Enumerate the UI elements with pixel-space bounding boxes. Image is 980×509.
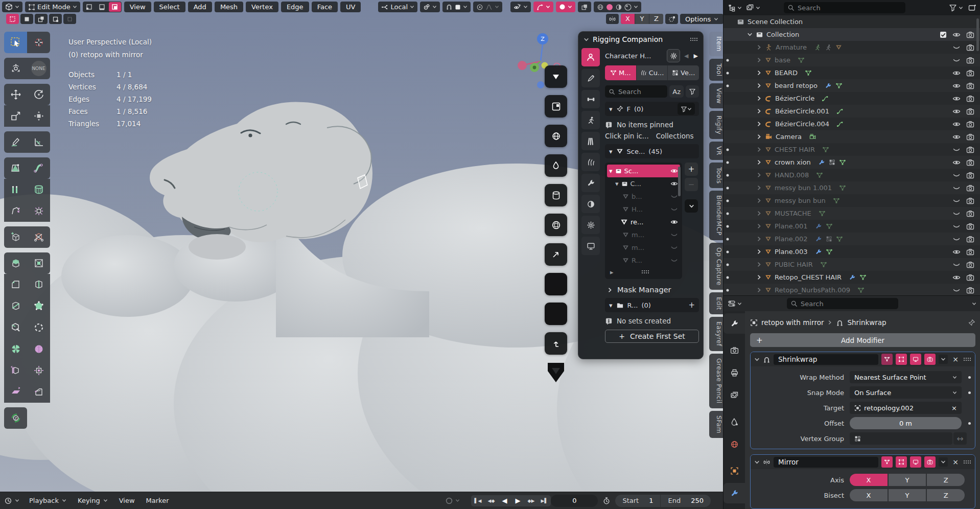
outliner-row-plane-001[interactable]: Plane.001 bbox=[724, 220, 980, 233]
outliner-row-plane-003[interactable]: Plane.003 bbox=[724, 245, 980, 258]
outliner-row-messy-bun-1001[interactable]: messy bun 1.001 bbox=[724, 181, 980, 194]
camera-restrict-icon[interactable] bbox=[966, 248, 974, 256]
editor-type-button[interactable] bbox=[2, 2, 22, 12]
tab-view[interactable]: View bbox=[709, 83, 723, 108]
add-modifier-button[interactable]: +Add Modifier bbox=[750, 333, 975, 347]
tool-annotate[interactable] bbox=[4, 131, 27, 153]
outliner-row-base[interactable]: base bbox=[724, 54, 980, 66]
camera-restrict-icon[interactable] bbox=[966, 171, 974, 179]
eye-open-icon[interactable] bbox=[952, 248, 961, 256]
rigging-tab-display[interactable] bbox=[581, 195, 600, 213]
outliner-row-plane-002[interactable]: Plane.002 bbox=[724, 233, 980, 245]
mode-selector[interactable]: Edit Mode bbox=[25, 2, 80, 12]
shading-material-icon[interactable] bbox=[615, 4, 622, 11]
eye-closed-icon[interactable] bbox=[952, 235, 961, 243]
tool-drum-bend[interactable] bbox=[27, 179, 50, 200]
shrinkwrap-name-field[interactable]: Shrinkwrap bbox=[774, 354, 878, 365]
ptab-output[interactable] bbox=[724, 362, 745, 383]
ptab-world[interactable] bbox=[724, 434, 745, 454]
rigging-tab-strokes[interactable] bbox=[581, 153, 600, 171]
mirror-x-button[interactable]: X bbox=[621, 14, 635, 24]
outliner-editor-type-button[interactable] bbox=[728, 4, 742, 12]
outliner-row-chest-hair[interactable]: CHEST HAIR bbox=[724, 143, 980, 156]
show-overlays-dropdown[interactable] bbox=[533, 2, 553, 12]
outliner-row-beziercircle[interactable]: BézierCircle bbox=[724, 92, 980, 105]
tool-custom-orbit[interactable]: Z bbox=[4, 407, 27, 429]
tool-poly-build[interactable] bbox=[4, 179, 27, 200]
toggle-render[interactable] bbox=[924, 354, 936, 365]
chevron-right-icon[interactable] bbox=[756, 274, 762, 280]
camera-restrict-icon[interactable] bbox=[966, 184, 974, 192]
tool-inset-faces[interactable] bbox=[27, 252, 50, 274]
eye-open-icon[interactable] bbox=[670, 180, 678, 188]
options-dropdown[interactable]: Options bbox=[680, 14, 723, 24]
eye-open-icon[interactable] bbox=[670, 167, 678, 175]
menu-vertex[interactable]: Vertex bbox=[246, 2, 278, 12]
tree-row-item-active[interactable]: re... bbox=[607, 216, 680, 228]
play-button[interactable]: ▶ bbox=[511, 495, 524, 506]
checkbox-checked-icon[interactable] bbox=[940, 31, 947, 38]
toggle-show-in-edit[interactable] bbox=[896, 456, 907, 468]
camera-restrict-icon[interactable] bbox=[966, 107, 974, 115]
rigging-tab-settings[interactable] bbox=[581, 216, 600, 234]
tab-curves[interactable]: Cu... bbox=[637, 65, 668, 80]
rigging-tab-character[interactable] bbox=[581, 48, 600, 66]
overlays-extra-toggle[interactable] bbox=[556, 2, 575, 12]
chevron-right-icon[interactable] bbox=[756, 147, 762, 152]
snap-options-button[interactable] bbox=[665, 14, 678, 24]
tool-knife-cut[interactable] bbox=[27, 226, 50, 248]
outliner-row-armature[interactable]: Armature bbox=[724, 41, 980, 54]
outliner-row-camera[interactable]: Camera bbox=[724, 130, 980, 143]
camera-restrict-icon[interactable] bbox=[966, 95, 974, 103]
rigging-tab-pose[interactable] bbox=[581, 111, 600, 129]
add-item-button[interactable]: + bbox=[685, 163, 698, 176]
camera-restrict-icon[interactable] bbox=[966, 56, 974, 64]
drag-grip-icon[interactable] bbox=[963, 357, 971, 362]
breadcrumb-modifier[interactable]: Shrinkwrap bbox=[847, 318, 886, 327]
timeline-editor-type-button[interactable] bbox=[0, 495, 24, 507]
character-prev-button[interactable]: ◀ bbox=[683, 53, 689, 59]
eye-closed-icon[interactable] bbox=[952, 171, 961, 179]
camera-restrict-icon[interactable] bbox=[966, 69, 974, 77]
tool-poly-build-face[interactable] bbox=[27, 295, 50, 317]
rigging-panel-header[interactable]: Rigging Companion bbox=[578, 32, 703, 47]
animate-dot[interactable] bbox=[968, 422, 971, 425]
chevron-right-icon[interactable] bbox=[756, 134, 762, 140]
shading-solid-icon[interactable] bbox=[606, 4, 613, 11]
camera-restrict-icon[interactable] bbox=[966, 235, 974, 243]
chevron-right-icon[interactable] bbox=[756, 83, 762, 88]
eye-closed-icon[interactable] bbox=[952, 286, 961, 294]
rigging-search-input[interactable] bbox=[618, 88, 659, 96]
eye-closed-icon[interactable] bbox=[670, 193, 678, 200]
target-object-field[interactable]: retopology.002× bbox=[850, 402, 962, 414]
fcol-empty-slot-1[interactable] bbox=[545, 273, 567, 295]
tab-edit[interactable]: Edit bbox=[709, 292, 723, 314]
clear-target-button[interactable]: × bbox=[951, 404, 957, 412]
menu-mesh[interactable]: Mesh bbox=[215, 2, 243, 12]
tool-shrink-fatten[interactable] bbox=[27, 200, 50, 222]
fcol-empty-slot-2[interactable] bbox=[545, 303, 567, 325]
chevron-right-icon[interactable] bbox=[756, 121, 762, 127]
chevron-right-icon[interactable] bbox=[756, 262, 762, 267]
ptab-tool[interactable] bbox=[724, 313, 745, 334]
outliner-row-scene-collection[interactable]: Scene Collection bbox=[724, 15, 980, 28]
camera-restrict-icon[interactable] bbox=[966, 273, 974, 282]
rigging-search-field[interactable] bbox=[605, 85, 667, 98]
resize-grip-icon[interactable] bbox=[641, 270, 649, 274]
eye-open-icon[interactable] bbox=[952, 69, 961, 77]
tool-bevel[interactable] bbox=[4, 274, 27, 295]
drag-grip-icon[interactable] bbox=[690, 37, 698, 42]
snap-target-swatch-icon[interactable] bbox=[455, 4, 461, 10]
chevron-right-icon[interactable] bbox=[756, 236, 762, 242]
scene-collection-row[interactable]: ▾ Sce...(45) bbox=[605, 144, 699, 158]
chevron-right-icon[interactable] bbox=[756, 198, 762, 203]
tool-select-box[interactable] bbox=[4, 32, 27, 53]
outliner-row-pubic-hair[interactable]: PUBIC HAIR bbox=[724, 258, 980, 271]
tree-row-item[interactable]: m... bbox=[607, 241, 680, 254]
breadcrumb-object[interactable]: retopo with mirror bbox=[761, 318, 824, 327]
remove-item-button[interactable]: − bbox=[685, 178, 698, 191]
snap-mode-dropdown[interactable]: On Surface bbox=[850, 386, 962, 399]
camera-restrict-icon[interactable] bbox=[966, 286, 974, 294]
menu-uv[interactable]: UV bbox=[340, 2, 361, 12]
falloff-curve-icon[interactable] bbox=[485, 4, 493, 11]
